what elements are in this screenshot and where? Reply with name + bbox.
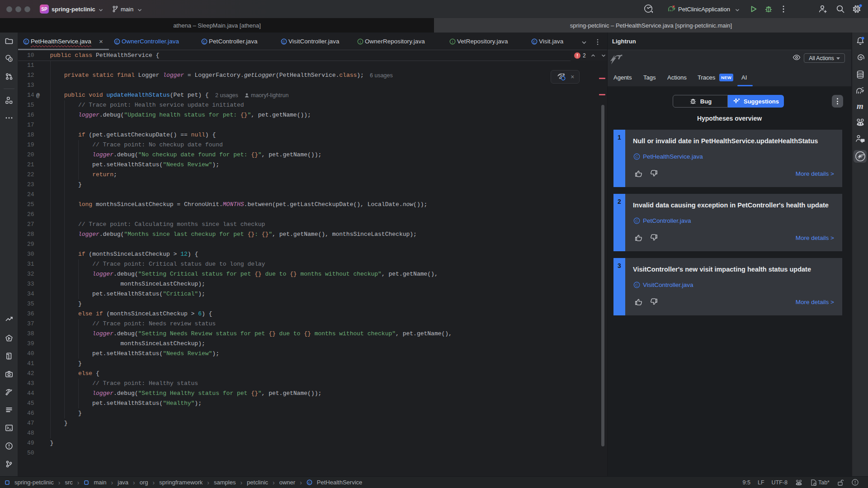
svg-text:?: ? [9, 58, 11, 62]
svg-text:C: C [308, 481, 311, 485]
svg-text:C: C [283, 40, 285, 44]
svg-text:C: C [533, 40, 536, 44]
svg-text:C: C [25, 40, 28, 44]
svg-text:C: C [116, 40, 118, 44]
svg-text:C: C [635, 219, 638, 223]
svg-text:I: I [360, 40, 361, 44]
svg-text:C: C [635, 283, 638, 287]
svg-text:C: C [203, 40, 206, 44]
svg-text:I: I [452, 40, 453, 44]
svg-text:C: C [635, 155, 638, 159]
